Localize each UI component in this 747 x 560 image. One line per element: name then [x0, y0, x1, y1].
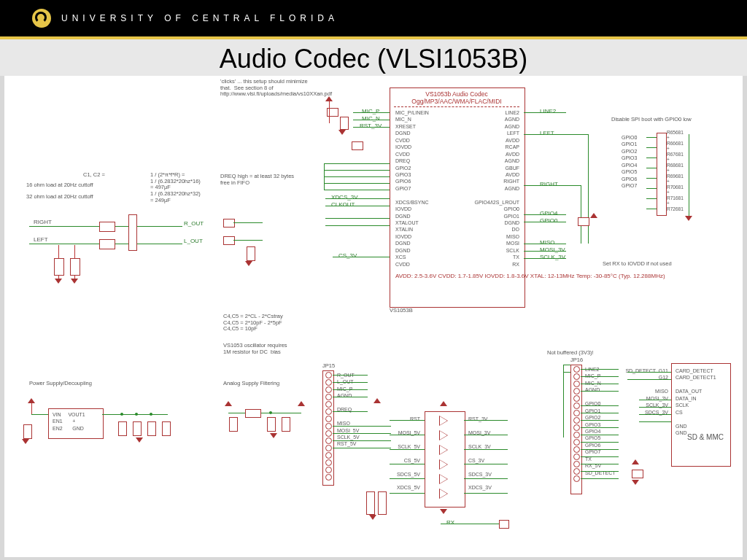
schematic-diagram: 'clicks' ... this setup should minimize …: [4, 76, 743, 557]
sig-mosi3v: MOSI_3V: [540, 246, 565, 253]
wire: [324, 176, 390, 177]
wire: [581, 391, 619, 392]
wire: [646, 158, 657, 158]
wire: [646, 168, 657, 168]
wire: [233, 240, 263, 241]
sd-right: CARD_DETECT CARD_DETECT1 DATA_OUT DATA_I…: [676, 368, 716, 436]
header-bar: UNIVERSITY OF CENTRAL FLORIDA: [0, 0, 747, 39]
note-c1c2-2: 32 ohm load at 20Hz cuttoff: [26, 194, 93, 201]
university-name: UNIVERSITY OF CENTRAL FLORIDA: [61, 13, 338, 23]
component-cap: [267, 417, 276, 432]
gnd-icon: [245, 261, 252, 266]
note-c1c2-1: 16 ohm load at 20Hz cuttoff: [26, 182, 93, 189]
jp16-pins: LINE2 MIC_P MIC_N AGND GPIO0 GPIO1 GPIO2…: [585, 366, 616, 476]
wire: [324, 183, 390, 184]
wire: [581, 384, 619, 384]
wire: [581, 376, 619, 377]
wire: [333, 397, 368, 397]
junction: [135, 413, 138, 416]
wire: [228, 413, 301, 413]
wire: [581, 369, 619, 370]
component-cap: [118, 421, 127, 436]
wire: [524, 244, 566, 244]
component-cap: [23, 424, 32, 439]
wire: [390, 478, 425, 479]
component-cap: [70, 258, 80, 276]
wire: [390, 449, 425, 450]
wire: [646, 178, 657, 179]
slide-title: Audio Codec (VLSI1053B): [0, 39, 747, 76]
component-cap: [229, 417, 238, 432]
junction: [269, 411, 272, 414]
pwr-icon: [590, 213, 597, 218]
buffer-icon: [439, 459, 448, 470]
wire: [329, 101, 330, 123]
buffer-icon: [439, 430, 448, 440]
chip-name: VS1053B: [390, 308, 413, 314]
wire: [524, 258, 566, 259]
ucf-logo-icon: [32, 9, 51, 28]
wire: [581, 420, 619, 421]
chip-title: VS1053b Audio Codec Ogg/MP3/AAC/WMA/FLAC…: [390, 90, 524, 105]
sig-rx: RX: [446, 519, 454, 526]
wire: [581, 456, 619, 457]
wire: [353, 120, 390, 120]
sig-mic-n: MIC_N: [362, 115, 380, 122]
note-c1c2-eq: 1 / (2*π*f*R) = 1 / (6.2832*20hz*16) = 4…: [150, 172, 201, 203]
wire: [646, 188, 657, 189]
pwr-icon: [374, 398, 381, 403]
wire: [581, 427, 619, 428]
gnd-icon: [22, 439, 29, 444]
gnd-icon: [55, 279, 62, 284]
gpio-bank-labels: GPIO0 GPIO1 GPIO2 GPIO3 GPIO4 GPIO5 GPIO…: [622, 134, 637, 190]
note-analog: Analog Supply Filtering: [223, 381, 279, 387]
wire: [627, 372, 671, 373]
sig-gpio0: GPIO0: [540, 217, 557, 224]
component-resistor: [99, 222, 115, 232]
wire: [581, 405, 619, 406]
wire: [524, 185, 581, 186]
wire: [563, 365, 564, 438]
gnd-icon: [136, 438, 143, 443]
levelshift-out: RST_3V MOSI_3V SCLK_3V CS_3V SDCS_3V XDC…: [468, 416, 492, 491]
wire: [581, 471, 619, 472]
component-cap: [378, 491, 387, 515]
note-clicks: 'clicks' ... this setup should minimize …: [220, 79, 332, 98]
gnd-icon: [685, 216, 692, 221]
wire: [689, 134, 689, 216]
wire: [627, 379, 671, 380]
jp15-pins: R_OUT L_OUT MIC_P AGND DREQ MISO MOSI_5V…: [337, 372, 360, 448]
component-diode: [499, 520, 509, 529]
wire: [333, 375, 368, 376]
wire: [563, 365, 570, 365]
component-inductor: [245, 409, 261, 418]
buffer-icon: [439, 445, 448, 455]
component-cap: [340, 117, 349, 130]
wire: [31, 414, 48, 415]
note-notbuffered: Not buffered (3V3)!: [547, 350, 594, 357]
component-resistor: [99, 239, 115, 249]
pwr-icon: [325, 96, 333, 101]
sig-xdcs: XDCS_3V: [331, 194, 357, 201]
component-res: [223, 219, 235, 228]
chip-divider: [394, 106, 519, 107]
component-cap: [133, 421, 142, 436]
note-setrx: Set RX to IOVDD if not used: [603, 261, 672, 268]
component-res: [223, 236, 235, 245]
wire: [353, 127, 390, 128]
sig-gpio4: GPIO4: [540, 210, 557, 217]
junction: [120, 413, 123, 416]
component-cap: [128, 214, 137, 251]
lbl-left: LEFT: [34, 236, 48, 243]
wire: [390, 493, 425, 494]
connector-jp15: [322, 370, 334, 486]
gnd-icon: [369, 515, 376, 520]
wire: [524, 134, 588, 135]
wire: [524, 214, 566, 215]
wire: [324, 163, 325, 190]
note-disable-spi: Disable SPI boot with GPIO0 low: [611, 117, 692, 123]
wire: [390, 420, 425, 421]
note-dreq: DREQ high = at least 32 bytes free in FI…: [220, 174, 294, 186]
wire: [390, 464, 425, 464]
component-cap: [54, 258, 64, 276]
